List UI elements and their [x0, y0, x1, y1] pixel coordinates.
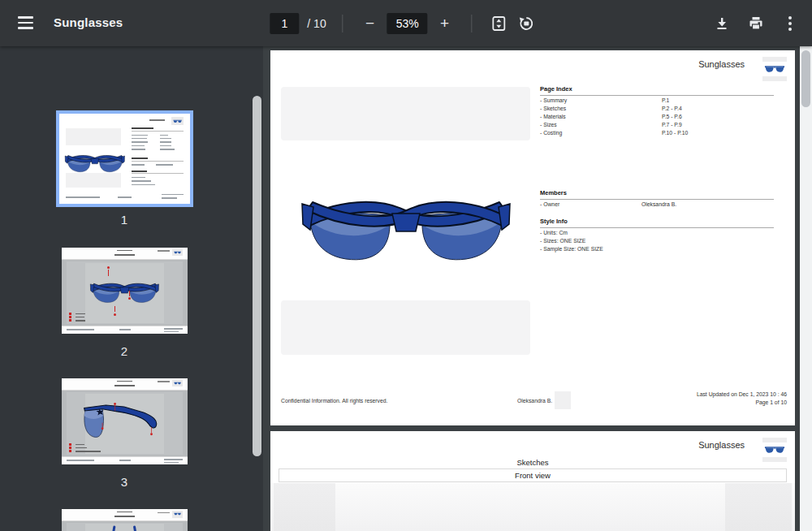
document-title: Sunglasses: [54, 15, 123, 29]
thumbnail-1-preview: [59, 114, 190, 204]
fit-to-page-icon[interactable]: [489, 13, 510, 34]
sunglasses-logo-icon: [764, 64, 785, 74]
print-icon[interactable]: [745, 13, 767, 34]
style-info-row: - Sizes: ONE SIZE: [540, 236, 774, 244]
placeholder-box-bottom: [281, 300, 530, 355]
index-row: - Sketches P.2 - P.4: [540, 104, 774, 112]
sketches-section-title: Sketches: [270, 458, 795, 467]
page-index-section: Page Index - Summary P.1 - Sketches P.2 …: [540, 85, 774, 137]
pdf-page-2: Sunglasses Sketches Front view: [270, 431, 795, 531]
document-scrollbar-thumb[interactable]: [801, 50, 810, 107]
style-info-title: Style Info: [540, 218, 774, 228]
footer-owner-avatar: [555, 391, 571, 409]
thumbnail-2-preview: [62, 248, 188, 334]
toolbar-divider: [343, 15, 343, 32]
thumbnail-label-3: 3: [59, 475, 189, 489]
zoom-out-button[interactable]: −: [360, 13, 381, 34]
footer-confidential: Confidential Information. All rights res…: [281, 398, 387, 404]
page2-brand-title: Sunglasses: [698, 440, 745, 450]
footer-owner: Oleksandra B.: [517, 398, 552, 404]
index-label: - Sizes: [540, 122, 662, 127]
thumbnail-page-3[interactable]: [62, 378, 188, 464]
thumbnail-label-1: 1: [59, 213, 189, 227]
thumbnail-page-4[interactable]: [62, 509, 188, 531]
thumbnail-scrollbar: [252, 93, 262, 531]
index-label: - Materials: [540, 114, 662, 119]
document-scrollbar: [800, 46, 812, 531]
footer-last-updated: Last Updated on Dec 1, 2023 10 : 46: [697, 391, 787, 399]
member-value: Oleksandra B.: [641, 201, 676, 207]
thumbnail-page-1[interactable]: [56, 110, 193, 207]
members-title: Members: [540, 189, 774, 200]
toolbar: Sunglasses / 10 − 53% +: [0, 0, 812, 46]
more-options-icon[interactable]: [780, 13, 801, 34]
thumbnail-page-2[interactable]: [62, 248, 188, 334]
page1-brand-title: Sunglasses: [698, 59, 745, 69]
sunglasses-logo-icon: [764, 445, 785, 455]
thumbnail-scrollbar-thumb[interactable]: [253, 96, 261, 456]
index-row: - Materials P.5 - P.6: [540, 112, 774, 120]
pdf-page-1: Sunglasses Page Index - Summary P.1: [270, 50, 795, 425]
thumbnail-4-preview: [62, 509, 188, 531]
index-value: P.7 - P.9: [662, 122, 682, 127]
style-info-row: - Sample Size: ONE SIZE: [540, 244, 774, 253]
sketch-canvas: [270, 483, 795, 531]
page-count-label: / 10: [307, 17, 326, 30]
footer-page-number: Page 1 of 10: [697, 399, 787, 407]
menu-icon[interactable]: [13, 11, 37, 34]
brand-logo: [761, 55, 788, 83]
style-info-section: Style Info - Units: Cm - Sizes: ONE SIZE…: [540, 218, 774, 253]
index-value: P.2 - P.4: [662, 106, 682, 111]
style-info-row: - Units: Cm: [540, 228, 774, 236]
front-view-header: Front view: [279, 468, 787, 482]
thumbnail-3-preview: [62, 378, 188, 464]
page-zoom-controls: / 10 − 53% +: [270, 0, 537, 46]
index-label: - Costing: [540, 130, 662, 136]
document-viewer: Sunglasses Page Index - Summary P.1: [263, 46, 800, 531]
index-value: P.5 - P.6: [662, 114, 682, 119]
placeholder-box-top: [281, 87, 530, 140]
toolbar-actions: [711, 0, 801, 46]
rotate-counterclockwise-icon[interactable]: [516, 13, 538, 34]
toolbar-divider: [472, 15, 473, 32]
index-row: - Costing P.10 - P.10: [540, 129, 774, 137]
index-value: P.10 - P.10: [662, 130, 688, 136]
member-label: - Owner: [540, 201, 641, 207]
members-section: Members - Owner Oleksandra B.: [540, 189, 774, 208]
page-number-input[interactable]: [270, 13, 299, 34]
zoom-level-value[interactable]: 53%: [387, 13, 428, 34]
thumbnail-label-2: 2: [59, 344, 189, 358]
page-index-title: Page Index: [540, 85, 774, 96]
footer-meta: Last Updated on Dec 1, 2023 10 : 46 Page…: [697, 391, 787, 406]
member-row: - Owner Oleksandra B.: [540, 200, 774, 208]
index-row: - Summary P.1: [540, 96, 774, 104]
pdf-viewer-window: Sunglasses / 10 − 53% +: [0, 0, 812, 531]
sunglasses-front-illustration: [299, 185, 513, 270]
index-label: - Summary: [540, 97, 662, 103]
thumbnail-panel: 1: [0, 46, 263, 531]
index-label: - Sketches: [540, 106, 662, 111]
zoom-in-button[interactable]: +: [434, 13, 456, 34]
index-value: P.1: [662, 97, 669, 103]
download-icon[interactable]: [711, 13, 732, 34]
index-row: - Sizes P.7 - P.9: [540, 121, 774, 129]
